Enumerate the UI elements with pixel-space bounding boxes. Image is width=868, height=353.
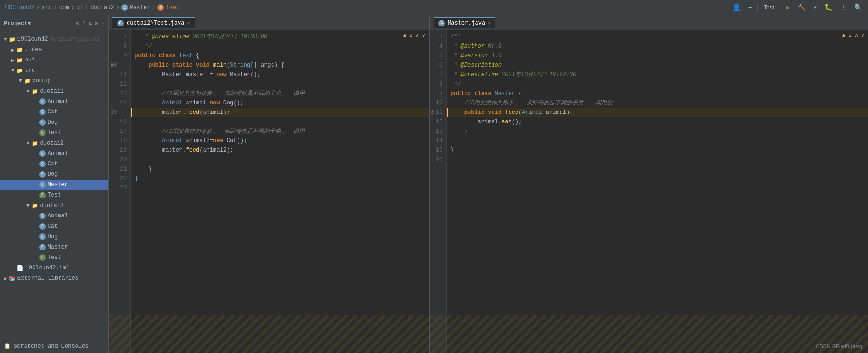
scratches-icon: 📋 — [4, 343, 11, 350]
profile-icon[interactable]: 👤 — [731, 2, 742, 12]
rln-8: 8 — [432, 79, 443, 89]
tree-label-master2: Master — [48, 181, 68, 188]
tree-item-comqf[interactable]: ▼ 📁 com.qf — [0, 76, 108, 86]
breadcrumb: 19Clound2 › src › com › qf › duotai2 › C… — [4, 4, 179, 11]
tree-item-test2[interactable]: C Test — [0, 190, 108, 200]
tree-item-dog1[interactable]: C Dog — [0, 117, 108, 128]
project-tree: ▼ 📁 19Clound2 D:\IdeaProjects\1 ▶ 📁 .ide… — [0, 32, 108, 339]
rcode-line-4: * @author Mr.G — [447, 42, 868, 51]
tree-item-dog2[interactable]: C Dog — [0, 169, 108, 180]
tree-item-src[interactable]: ▼ 📁 src — [0, 65, 108, 76]
left-editor-content[interactable]: ▲ 2 ∧ ∨ 7 8 9 ▶10 11 — [109, 30, 429, 353]
tree-item-idea[interactable]: ▶ 📁 .idea — [0, 44, 108, 55]
left-tab[interactable]: C duotai2\Test.java ✕ — [112, 17, 195, 28]
ln-14: 14 — [111, 98, 127, 108]
left-code-lines: * @createTime 2021年10月24日 19:03:00 */ pu… — [131, 30, 429, 353]
tree-item-test1[interactable]: C Test — [0, 128, 108, 138]
ln-12: 12 — [111, 79, 127, 89]
project-label[interactable]: Project▼ — [4, 20, 31, 27]
rcode-line-7: * @createTime 2021年10月24日 19:02:00 — [447, 70, 868, 79]
coverage-icon[interactable]: ⚡ — [811, 2, 819, 12]
expand-arrow-icon: ▼ — [4, 36, 7, 42]
search-icon[interactable]: 🔍 — [852, 2, 864, 12]
tree-item-duotai1[interactable]: ▼ 📁 duotai1 — [0, 86, 108, 96]
topbar-right: 👤 ⬅ Test ▶ 🔨 ⚡ 🐛 ⋮ 🔍 — [731, 2, 864, 12]
ln-16: 16 — [111, 117, 127, 127]
minimize-icon[interactable]: — — [101, 20, 104, 27]
expand-icon[interactable]: ⇅ — [88, 20, 92, 27]
run-button[interactable]: Test — [757, 3, 780, 12]
rln-14: 14 — [432, 136, 443, 146]
tree-item-master3[interactable]: C Master — [0, 242, 108, 252]
sort-icon[interactable]: ≡ — [82, 20, 85, 27]
back-icon[interactable]: ⬅ — [746, 2, 754, 12]
breadcrumb-src[interactable]: src — [42, 4, 52, 11]
breadcrumb-master[interactable]: Master — [130, 4, 150, 11]
left-tab-close[interactable]: ✕ — [187, 20, 190, 26]
tree-item-root[interactable]: ▼ 📁 19Clound2 D:\IdeaProjects\1 — [0, 34, 108, 44]
tree-label-test2: Test — [48, 192, 61, 198]
ln-19: 19 — [111, 146, 127, 155]
right-code-area: 3 4 5 6 7 8 9 10 @11 12 13 — [430, 30, 868, 353]
tree-label-extlib: External Libraries — [17, 275, 79, 282]
right-tab[interactable]: C Master.java ✕ — [434, 17, 495, 28]
rcode-line-12: animal.eat(); — [447, 117, 868, 127]
breadcrumb-feed[interactable]: feed — [166, 4, 179, 11]
tree-item-animal1[interactable]: C Animal — [0, 96, 108, 107]
tree-label-out: out — [25, 57, 35, 63]
tree-item-duotai2[interactable]: ▼ 📁 duotai2 — [0, 138, 108, 148]
rln-13: 13 — [432, 127, 443, 136]
right-line-numbers: 3 4 5 6 7 8 9 10 @11 12 13 — [430, 30, 447, 353]
tree-label-animal2: Animal — [48, 150, 68, 157]
tree-label-test1: Test — [48, 129, 61, 136]
code-line-7: * @createTime 2021年10月24日 19:03:00 — [131, 32, 429, 42]
code-line-16 — [131, 117, 429, 127]
tree-item-test3[interactable]: C Test — [0, 252, 108, 263]
more-icon[interactable]: ⋮ — [838, 2, 849, 12]
right-tab-close[interactable]: ✕ — [488, 20, 491, 26]
rcode-line-6: * @Description — [447, 60, 868, 70]
debug-icon[interactable]: 🐛 — [823, 2, 834, 12]
code-line-13: //2用父类作为形参， 实际传的是不同的子类， 调用 — [131, 89, 429, 98]
ln-13: 13 — [111, 89, 127, 98]
tree-item-animal3[interactable]: C Animal — [0, 211, 108, 221]
breadcrumb-duotai2[interactable]: duotai2 — [90, 4, 114, 11]
build-icon[interactable]: 🔨 — [796, 2, 808, 12]
sidebar-header: Project▼ ⊙ ≡ ⇅ ⚙ — — [0, 15, 108, 32]
editor-area: C duotai2\Test.java ✕ ▲ 2 ∧ ∨ — [109, 15, 868, 353]
tree-item-cat1[interactable]: C Cat — [0, 107, 108, 117]
settings-icon[interactable]: ⚙ — [95, 20, 98, 27]
rcode-line-11: public void feed(Animal animal){ — [447, 108, 868, 117]
right-editor-content[interactable]: ▲ 2 ∧ ∨ 3 4 5 6 7 8 9 — [430, 30, 868, 353]
code-line-11: Master master = new Master(); — [131, 70, 429, 79]
tree-item-duotai3[interactable]: ▼ 📁 duotai3 — [0, 200, 108, 211]
left-warning-badge: ▲ 2 ∧ ∨ — [403, 32, 425, 38]
tree-item-master2[interactable]: C Master — [0, 180, 108, 190]
left-tab-label: duotai2\Test.java — [127, 20, 184, 26]
breadcrumb-project[interactable]: 19Clound2 — [4, 4, 34, 11]
tree-label-cat1: Cat — [48, 109, 58, 115]
tree-item-dog3[interactable]: C Dog — [0, 232, 108, 242]
run-icon[interactable]: ▶ — [784, 2, 791, 12]
ln-10: ▶10 — [111, 60, 127, 70]
tree-item-cat2[interactable]: C Cat — [0, 159, 108, 169]
rln-12: 12 — [432, 117, 443, 127]
watermark: CSDN GFjadfkljasfg — [816, 344, 862, 349]
left-tab-bar: C duotai2\Test.java ✕ — [109, 15, 429, 30]
code-line-14: Animal animal=new Dog(); — [131, 98, 429, 108]
breadcrumb-com[interactable]: com — [59, 4, 69, 11]
left-tab-icon: C — [117, 20, 124, 26]
breadcrumb-qf[interactable]: qf — [77, 4, 83, 11]
scratches-item[interactable]: 📋 Scratches and Consoles — [0, 339, 108, 353]
rln-15: 15 — [432, 146, 443, 155]
tree-item-extlib[interactable]: ▶ 📚 External Libraries — [0, 273, 108, 284]
tree-item-cat3[interactable]: C Cat — [0, 221, 108, 232]
rln-4: 4 — [432, 42, 443, 51]
rcode-line-16 — [447, 155, 868, 164]
tree-item-animal2[interactable]: C Animal — [0, 148, 108, 159]
scope-icon[interactable]: ⊙ — [76, 20, 79, 27]
tree-item-iml[interactable]: 📄 19Clound2.iml — [0, 263, 108, 273]
code-line-23 — [131, 183, 429, 193]
tree-item-out[interactable]: ▶ 📁 out — [0, 55, 108, 65]
ln-7: 7 — [111, 32, 127, 42]
